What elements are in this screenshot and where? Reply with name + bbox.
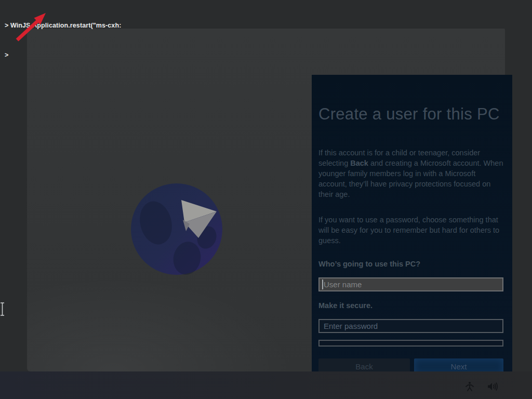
text-ibeam-cursor [0,302,6,316]
password-input[interactable] [318,319,503,333]
create-user-dialog: Create a user for this PC If this accoun… [312,75,512,381]
intro-text-bold-back: Back [350,159,368,167]
confirm-password-input[interactable] [318,340,503,347]
text-caret [322,280,323,289]
bottom-taskbar [0,371,532,399]
dialog-title: Create a user for this PC [318,105,506,124]
red-annotation-arrow [10,8,52,47]
username-input[interactable] [318,277,503,291]
oobe-screen-background: Create a user for this PC If this accoun… [27,29,505,371]
ease-of-access-icon[interactable] [464,381,475,392]
volume-icon[interactable] [487,382,500,391]
globe-paper-plane-illustration [129,181,224,277]
username-label: Who’s going to use this PC? [318,260,420,268]
password-hint-text: If you want to use a password, choose so… [318,215,503,246]
account-intro-text: If this account is for a child or teenag… [318,148,503,200]
console-line-2: > [5,50,121,60]
secure-label: Make it secure. [318,301,373,310]
